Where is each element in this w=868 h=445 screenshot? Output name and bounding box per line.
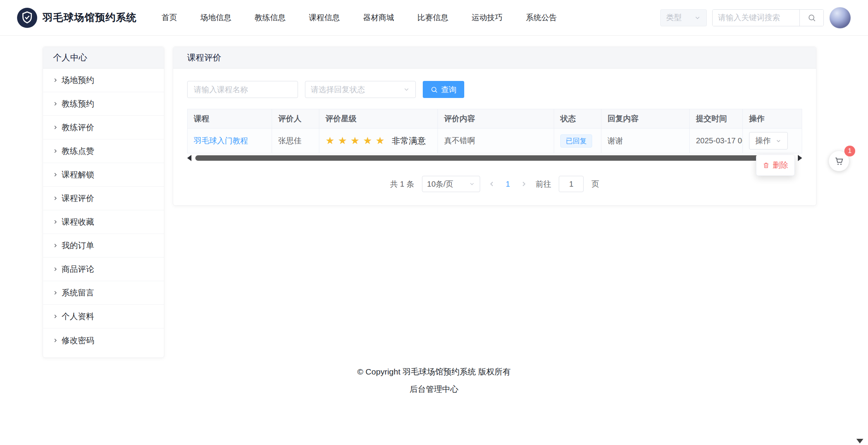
nav-item-announcements[interactable]: 系统公告 — [526, 12, 557, 23]
pagination: 共 1 条 10条/页 1 前往 页 — [187, 176, 802, 192]
search-type-select[interactable]: 类型 — [660, 9, 707, 26]
admin-center-link[interactable]: 后台管理中心 — [410, 384, 458, 395]
nav-item-sport-skills[interactable]: 运动技巧 — [472, 12, 503, 23]
row-action-label: 操作 — [755, 136, 771, 146]
scrollbar-track[interactable] — [195, 155, 794, 161]
reply-status-select[interactable]: 请选择回复状态 — [305, 81, 416, 98]
sidebar-item-venue-booking[interactable]: 场地预约 — [43, 69, 164, 92]
review-table: 课程 评价人 评价星级 评价内容 状态 回复内容 提交时间 操作 羽毛球入门教程 — [187, 109, 802, 153]
topbar-right: 类型 — [660, 7, 851, 29]
app-title: 羽毛球场馆预约系统 — [43, 11, 137, 24]
sidebar-item-course-unlock[interactable]: 课程解锁 — [43, 163, 164, 187]
delete-menu-item[interactable]: 删除 — [756, 155, 794, 175]
page-size-value: 10条/页 — [427, 179, 453, 189]
filter-bar: 请选择回复状态 查询 — [187, 81, 802, 98]
table-header-content: 评价内容 — [438, 109, 554, 129]
top-navbar: 羽毛球场馆预约系统 首页 场地信息 教练信息 课程信息 器材商城 比赛信息 运动… — [0, 0, 868, 36]
cart-button[interactable]: 1 — [829, 151, 849, 171]
chevron-right-icon — [52, 290, 59, 296]
sidebar-item-label: 商品评论 — [62, 264, 94, 275]
chevron-right-icon — [52, 195, 59, 201]
review-content-cell: 真不错啊 — [438, 129, 554, 153]
status-cell: 已回复 — [554, 129, 601, 153]
query-button-label: 查询 — [441, 84, 456, 95]
cart-icon — [834, 156, 844, 166]
brand[interactable]: 羽毛球场馆预约系统 — [17, 8, 137, 28]
goto-unit-label: 页 — [591, 179, 599, 189]
reply-content-cell: 谢谢 — [601, 129, 690, 153]
user-avatar[interactable] — [829, 7, 851, 29]
sidebar-item-label: 课程解锁 — [62, 169, 94, 180]
delete-menu-label: 删除 — [773, 160, 788, 170]
sidebar-item-label: 场地预约 — [62, 75, 94, 86]
course-name-input[interactable] — [187, 81, 298, 98]
star-rating-label: 非常满意 — [392, 136, 426, 146]
table-header-actions: 操作 — [743, 109, 802, 129]
chevron-down-icon — [469, 181, 475, 187]
chevron-right-icon — [52, 242, 59, 249]
sidebar-item-my-orders[interactable]: 我的订单 — [43, 234, 164, 258]
page-content: 个人中心 场地预约 教练预约 教练评价 教练点赞 课程解锁 课程评价 课程收藏 — [0, 36, 868, 358]
footer: © Copyright 羽毛球场馆预约系统 版权所有 后台管理中心 — [0, 366, 868, 395]
main-panel: 课程评价 请选择回复状态 查询 — [173, 46, 816, 206]
nav-item-home[interactable]: 首页 — [162, 12, 177, 23]
sidebar-item-change-password[interactable]: 修改密码 — [43, 328, 164, 352]
chevron-down-icon — [694, 14, 701, 21]
sidebar-item-system-messages[interactable]: 系统留言 — [43, 281, 164, 305]
scrollbar-thumb[interactable] — [195, 155, 776, 161]
trash-icon — [763, 162, 770, 169]
global-search-button[interactable] — [799, 10, 823, 26]
page-title: 课程评价 — [173, 47, 816, 69]
status-badge: 已回复 — [560, 134, 592, 148]
cart-badge: 1 — [844, 146, 855, 156]
nav-item-courses[interactable]: 课程信息 — [309, 12, 340, 23]
scroll-right-icon[interactable] — [798, 155, 802, 161]
sidebar-item-label: 课程收藏 — [62, 216, 94, 227]
search-icon — [431, 86, 438, 93]
chevron-down-icon — [775, 138, 782, 144]
table-header-time: 提交时间 — [690, 109, 743, 129]
reviewer-cell: 张思佳 — [272, 129, 319, 153]
chevron-down-icon — [403, 86, 410, 93]
row-action-button[interactable]: 操作 — [749, 132, 788, 149]
search-icon — [808, 14, 816, 22]
sidebar-item-coach-review[interactable]: 教练评价 — [43, 116, 164, 139]
pagination-total: 共 1 条 — [390, 179, 414, 189]
scroll-down-icon[interactable] — [856, 439, 863, 443]
sidebar-item-label: 我的订单 — [62, 240, 94, 251]
sidebar-item-product-comments[interactable]: 商品评论 — [43, 258, 164, 281]
scroll-left-icon[interactable] — [187, 155, 191, 161]
table-header-course: 课程 — [188, 109, 272, 129]
prev-page-icon[interactable] — [488, 180, 496, 188]
action-dropdown: 删除 — [756, 155, 795, 176]
global-search-input[interactable] — [713, 10, 799, 26]
sidebar-item-profile[interactable]: 个人资料 — [43, 305, 164, 328]
nav-item-equipment-mall[interactable]: 器材商城 — [363, 12, 394, 23]
nav-item-matches[interactable]: 比赛信息 — [417, 12, 448, 23]
page-number-current[interactable]: 1 — [503, 180, 512, 189]
sidebar-item-label: 个人资料 — [62, 311, 94, 322]
action-cell: 操作 — [743, 129, 802, 153]
query-button[interactable]: 查询 — [423, 81, 464, 98]
main-nav: 首页 场地信息 教练信息 课程信息 器材商城 比赛信息 运动技巧 系统公告 — [162, 12, 557, 23]
nav-item-venues[interactable]: 场地信息 — [200, 12, 231, 23]
chevron-right-icon — [52, 148, 59, 154]
table-header-reviewer: 评价人 — [272, 109, 319, 129]
copyright-text: © Copyright 羽毛球场馆预约系统 版权所有 — [0, 366, 868, 377]
course-link[interactable]: 羽毛球入门教程 — [194, 136, 248, 145]
star-icons: ★★★★★ — [326, 135, 388, 146]
sidebar-item-coach-booking[interactable]: 教练预约 — [43, 92, 164, 116]
table-header-row: 课程 评价人 评价星级 评价内容 状态 回复内容 提交时间 操作 — [188, 109, 802, 129]
next-page-icon[interactable] — [520, 180, 528, 188]
global-search — [712, 9, 824, 26]
chevron-right-icon — [52, 219, 59, 225]
sidebar-item-coach-like[interactable]: 教练点赞 — [43, 139, 164, 163]
sidebar-item-label: 教练预约 — [62, 98, 94, 109]
page-size-select[interactable]: 10条/页 — [422, 176, 480, 192]
sidebar-item-label: 修改密码 — [62, 335, 94, 346]
sidebar-item-course-favorite[interactable]: 课程收藏 — [43, 210, 164, 234]
table-header-star-rating: 评价星级 — [319, 109, 438, 129]
sidebar-item-course-review[interactable]: 课程评价 — [43, 187, 164, 210]
goto-page-input[interactable] — [559, 176, 584, 192]
nav-item-coaches[interactable]: 教练信息 — [255, 12, 286, 23]
